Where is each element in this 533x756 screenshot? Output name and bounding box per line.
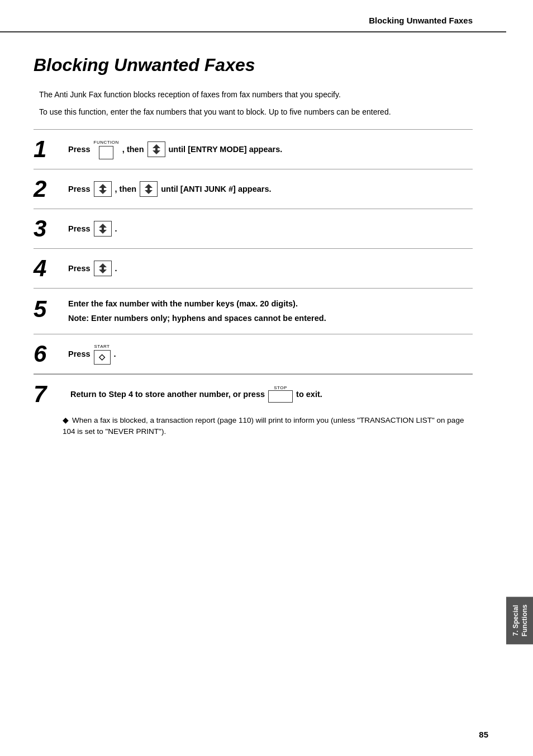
sidebar-line1: 7. Special: [512, 605, 520, 636]
svg-marker-5: [99, 190, 107, 194]
step-3-press-label: Press: [68, 223, 91, 235]
page-container: Blocking Unwanted Faxes Blocking Unwante…: [0, 0, 533, 756]
nav-button-icon-2b: [140, 181, 158, 197]
step-2-press-label: Press: [68, 183, 91, 195]
page-header: Blocking Unwanted Faxes: [0, 0, 506, 32]
step-1-content: Press FUNCTION , then: [68, 139, 473, 159]
nav-button-icon-3: [94, 221, 112, 237]
step-7-main: 7 Return to Step 4 to store another numb…: [34, 382, 473, 412]
sidebar-tab: 7. Special Functions: [506, 597, 533, 644]
step-4-press-label: Press: [68, 262, 91, 275]
svg-rect-1: [155, 148, 158, 150]
step-3-content: Press .: [68, 221, 473, 237]
svg-rect-4: [102, 188, 104, 190]
step-6-number: 6: [34, 342, 63, 366]
step-2-appears-label: until [ANTI JUNK #] appears.: [161, 183, 271, 195]
function-square: [99, 146, 113, 159]
steps-container: 1 Press FUNCTION , then: [34, 129, 473, 374]
step-7-wrapper: 7 Return to Step 4 to store another numb…: [34, 374, 473, 446]
step-3-row: 3 Press .: [34, 209, 473, 248]
nav-arrows-svg-1: [151, 143, 162, 155]
step-4-number: 4: [34, 257, 63, 280]
svg-marker-14: [99, 270, 107, 273]
step-1-press-label: Press: [68, 143, 91, 155]
page-number: 85: [479, 730, 488, 739]
step-5-number: 5: [34, 297, 63, 321]
svg-marker-2: [153, 150, 160, 154]
svg-rect-10: [102, 228, 104, 230]
step-3-period: .: [115, 223, 117, 235]
nav-button-icon-1: [147, 141, 165, 157]
step-1-number: 1: [34, 138, 63, 161]
nav-button-icon-4: [94, 261, 112, 276]
step-1-appears-label: until [ENTRY MODE] appears.: [169, 143, 283, 155]
nav-arrows-svg-4: [97, 262, 108, 275]
header-title: Blocking Unwanted Faxes: [369, 16, 473, 25]
bullet-icon: ◆: [63, 416, 69, 424]
step-7-number: 7: [34, 382, 63, 406]
nav-arrows-svg-2a: [97, 183, 108, 195]
step-4-row: 4 Press .: [34, 248, 473, 288]
nav-arrows-svg-2b: [143, 183, 154, 195]
step-6-press-label: Press: [68, 348, 91, 360]
intro-para-2: To use this function, enter the fax numb…: [39, 106, 473, 118]
step-2-number: 2: [34, 177, 63, 201]
stop-button-icon: STOP: [268, 385, 293, 403]
step-4-period: .: [115, 262, 117, 275]
svg-rect-7: [147, 188, 150, 190]
step-3-number: 3: [34, 217, 63, 240]
svg-marker-0: [153, 144, 160, 148]
step-1-then-label: , then: [122, 143, 144, 155]
step-2-row: 2 Press , then: [34, 169, 473, 209]
step-5-row: 5 Enter the fax number with the number k…: [34, 288, 473, 334]
svg-rect-13: [102, 267, 104, 270]
stop-rect: [268, 390, 293, 403]
step-6-period: .: [114, 348, 116, 360]
step-5-line2: Note: Enter numbers only; hyphens and sp…: [68, 312, 326, 324]
start-circle: ◇: [94, 350, 111, 365]
svg-marker-3: [99, 184, 107, 188]
step-2-then-label: , then: [115, 183, 137, 195]
function-label: FUNCTION: [94, 139, 119, 146]
step-7-text-before: Return to Step 4 to store another number…: [70, 390, 265, 399]
step-4-content: Press .: [68, 261, 473, 276]
step-5-content: Enter the fax number with the number key…: [68, 297, 473, 325]
sidebar-line2: Functions: [521, 604, 529, 636]
svg-marker-11: [99, 230, 107, 234]
stop-label: STOP: [274, 385, 287, 390]
intro-para-1: The Anti Junk Fax function blocks recept…: [39, 89, 473, 101]
start-button-icon: START ◇: [94, 343, 111, 365]
doc-title: Blocking Unwanted Faxes: [34, 55, 473, 75]
step-6-row: 6 Press START ◇ .: [34, 334, 473, 374]
nav-button-icon-2a: [94, 181, 112, 197]
main-content: Blocking Unwanted Faxes The Anti Junk Fa…: [0, 32, 506, 467]
nav-arrows-svg-3: [97, 223, 108, 235]
start-label: START: [94, 343, 110, 350]
step-6-content: Press START ◇ .: [68, 343, 473, 365]
step-7-note-text: When a fax is blocked, a transaction rep…: [63, 416, 464, 436]
step-2-content: Press , then: [68, 181, 473, 197]
svg-marker-8: [145, 190, 153, 194]
step-7-text-after: to exit.: [296, 390, 322, 399]
svg-marker-12: [99, 263, 107, 267]
function-button-icon: FUNCTION: [94, 139, 119, 159]
step-1-row: 1 Press FUNCTION , then: [34, 129, 473, 169]
svg-marker-9: [99, 224, 107, 228]
step-7-note: ◆When a fax is blocked, a transaction re…: [63, 415, 473, 446]
step-5-line1: Enter the fax number with the number key…: [68, 297, 298, 310]
svg-marker-6: [145, 184, 153, 188]
